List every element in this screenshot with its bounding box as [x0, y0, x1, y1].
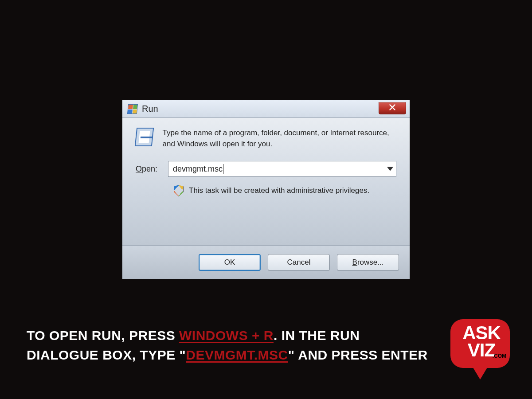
dropdown-arrow-icon[interactable]: [387, 167, 393, 171]
run-program-icon: [135, 128, 154, 146]
uac-shield-icon: [174, 185, 184, 196]
browse-button-label: Browse...: [352, 258, 384, 267]
ok-button-label: OK: [224, 258, 235, 267]
admin-privileges-notice: This task will be created with administr…: [189, 186, 369, 195]
button-bar: OK Cancel Browse...: [122, 245, 410, 279]
close-icon: [389, 104, 395, 112]
logo-suffix: .COM: [493, 353, 506, 359]
askviz-logo: ASKVIZ .COM: [450, 319, 512, 381]
dialog-description: Type the name of a program, folder, docu…: [163, 128, 396, 149]
close-button[interactable]: [379, 102, 406, 114]
instruction-caption: TO OPEN RUN, PRESS WINDOWS + R. IN THE R…: [27, 326, 430, 364]
run-dialog: Run Type the name of a program, folder, …: [122, 100, 410, 279]
titlebar[interactable]: Run: [122, 100, 410, 118]
cancel-button[interactable]: Cancel: [268, 254, 330, 271]
hotkey-highlight: WINDOWS + R: [179, 328, 274, 343]
open-input[interactable]: devmgmt.msc: [168, 161, 396, 177]
open-input-value: devmgmt.msc: [173, 164, 223, 174]
ok-button[interactable]: OK: [199, 254, 261, 271]
command-highlight: DEVMGMT.MSC: [186, 348, 288, 362]
window-title: Run: [142, 104, 158, 114]
windows-logo-icon: [127, 104, 138, 114]
cancel-button-label: Cancel: [287, 258, 311, 267]
text-caret: [223, 164, 223, 174]
dialog-body: Type the name of a program, folder, docu…: [122, 118, 410, 245]
browse-button[interactable]: Browse...: [337, 254, 399, 271]
open-label: Open:: [136, 164, 157, 174]
